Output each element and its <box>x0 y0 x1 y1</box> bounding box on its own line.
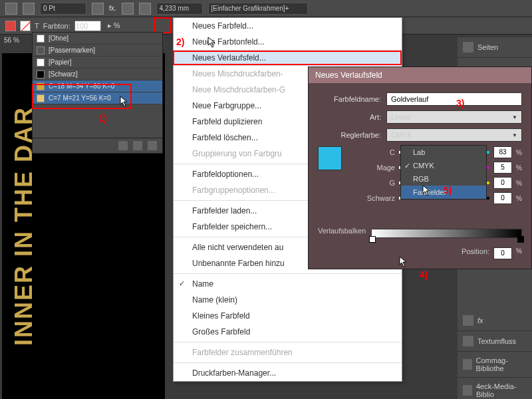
gradient-ramp[interactable] <box>371 229 522 238</box>
yellow-value[interactable]: 0 <box>493 177 512 189</box>
swatch-row[interactable]: [Ohne] <box>33 33 162 45</box>
swatch-type-icon <box>150 35 158 43</box>
panel-effects[interactable]: fx <box>458 311 532 331</box>
swatches-footer <box>33 138 162 153</box>
black-label: Schwarz <box>348 194 395 202</box>
annotation-5: 5) <box>444 185 452 196</box>
menu-item[interactable]: Druckfarben-Manager... <box>174 365 402 381</box>
gradient-stop[interactable] <box>369 236 376 243</box>
stroke-weight-input[interactable] <box>40 3 86 15</box>
app-toolbar: fx. <box>0 0 532 17</box>
menu-item[interactable]: ✓Name <box>174 276 402 292</box>
pages-icon <box>463 42 473 53</box>
tool-icon[interactable] <box>122 3 134 15</box>
textwrap-icon <box>463 336 473 346</box>
tint-input[interactable] <box>74 21 101 31</box>
yellow-label: G <box>348 179 395 187</box>
type-label: Art: <box>318 113 381 121</box>
dropdown-item[interactable]: Lab <box>401 146 486 159</box>
annotation-3: 3) <box>456 98 464 108</box>
swatch-name: [Passermarken] <box>49 47 146 54</box>
cyan-value[interactable]: 83 <box>493 146 512 158</box>
menu-item[interactable]: Großes Farbfeld <box>174 324 402 340</box>
swatch-name: [Schwarz] <box>49 70 146 78</box>
gradient-ramp-label: Verlaufsbalken <box>318 227 366 235</box>
tint-label: Farbton: <box>43 22 70 30</box>
menu-item[interactable]: Name (klein) <box>174 292 402 308</box>
swatch-row[interactable]: [Passermarken] <box>33 45 162 57</box>
dropdown-item[interactable]: CMYK <box>401 159 486 172</box>
swatch-name-input[interactable] <box>386 92 522 106</box>
measurement-input[interactable] <box>156 3 203 15</box>
zoom-level: 56 % <box>4 37 19 44</box>
annotation-4: 4) <box>420 269 428 280</box>
color-preview <box>318 146 342 170</box>
fx-icon <box>463 315 473 326</box>
swatch-row[interactable]: [Papier] <box>33 57 162 68</box>
menu-item[interactable]: Kleines Farbfeld <box>174 308 402 324</box>
panel-textwrap[interactable]: Textumfluss <box>458 331 532 352</box>
annotation-1: 1) <box>98 113 106 124</box>
library-icon <box>463 359 472 370</box>
stopcolor-label: Reglerfarbe: <box>318 131 381 139</box>
swatch-chip <box>37 47 45 55</box>
new-swatch-icon[interactable] <box>133 141 142 150</box>
menu-item[interactable]: Neues Farbtonfeld... <box>174 34 402 50</box>
tool-icon[interactable] <box>5 3 17 15</box>
swatch-name: [Papier] <box>49 59 146 66</box>
swatch-type-icon <box>150 59 158 66</box>
fill-swatch[interactable] <box>5 21 16 31</box>
menu-item: Farbfelder zusammenführen <box>174 344 402 360</box>
annotation-box-2 <box>173 51 402 65</box>
new-group-icon[interactable] <box>118 141 128 150</box>
swatch-type-icon <box>150 94 158 102</box>
position-value[interactable]: 0 <box>493 247 512 259</box>
object-style-input[interactable] <box>208 3 308 15</box>
annotation-box-1 <box>32 84 132 109</box>
swatch-name: [Ohne] <box>49 35 146 42</box>
tool-icon[interactable] <box>139 3 151 15</box>
tool-icon[interactable] <box>23 3 35 15</box>
dropdown-item[interactable]: RGB <box>401 172 486 186</box>
swatch-row[interactable]: [Schwarz] <box>33 68 162 80</box>
annotation-box <box>154 17 171 33</box>
annotation-2: 2) <box>176 37 184 47</box>
black-value[interactable]: 0 <box>493 192 512 204</box>
panel-lib1[interactable]: Commag-Bibliothe <box>458 352 532 378</box>
swatch-type-icon <box>150 82 158 90</box>
delete-icon[interactable] <box>148 141 157 150</box>
swatch-chip <box>37 70 45 78</box>
stopcolor-select[interactable]: CMYK <box>386 128 522 142</box>
library-icon <box>463 385 472 396</box>
menu-item[interactable]: Neues Farbfeld... <box>174 18 402 34</box>
dialog-title: Neues Verlaufsfeld <box>309 67 531 83</box>
cyan-label: C <box>348 148 395 156</box>
position-label: Position: <box>462 247 489 259</box>
type-select[interactable]: Linear <box>386 110 522 124</box>
swatch-chip <box>37 59 45 66</box>
tool-icon[interactable] <box>92 3 104 15</box>
swatch-type-icon <box>150 47 158 55</box>
stroke-swatch[interactable] <box>20 21 31 31</box>
gradient-stop[interactable] <box>517 236 524 243</box>
magenta-label: Mage <box>348 164 395 172</box>
swatch-chip <box>37 35 45 43</box>
panel-lib2[interactable]: 4eck-Media-Biblio <box>458 378 532 399</box>
swatch-type-icon <box>150 70 158 78</box>
type-icon[interactable]: T <box>35 22 39 30</box>
panel-pages[interactable]: Seiten <box>458 37 532 58</box>
magenta-value[interactable]: 5 <box>493 162 512 174</box>
name-label: Farbfeldname: <box>318 95 381 103</box>
